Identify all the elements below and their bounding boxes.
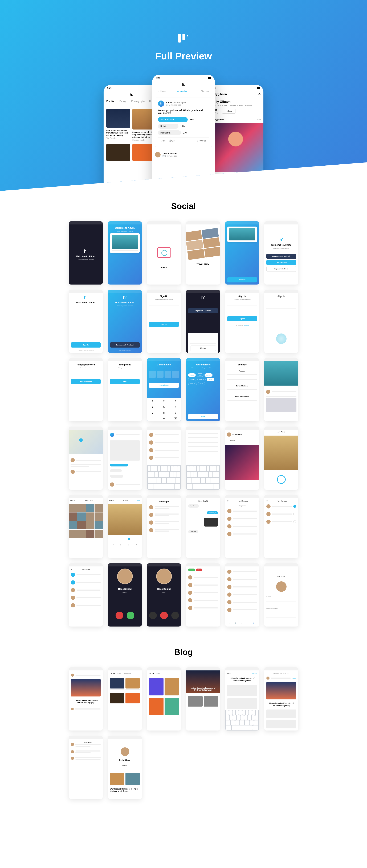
article-source: The Guardian (106, 137, 130, 139)
screen-search[interactable] (147, 427, 181, 490)
poll-option[interactable]: Montserrat27% (158, 130, 209, 135)
screen-edit-profile[interactable]: Edit ProfileGeneralPrivate information (264, 563, 298, 626)
screen-stories[interactable]: ● LiveStory (186, 563, 220, 626)
screen-signin[interactable]: Sign InEnter your email and passwordSign… (225, 290, 259, 353)
screen-camera-roll[interactable]: CancelCamera Roll (69, 495, 103, 558)
screen-blog-compose[interactable]: ClosePublish11 Jaw-Dropping Examples of … (225, 667, 259, 731)
app-logo: h. (104, 91, 159, 98)
section-title: Social (0, 202, 367, 211)
screen-phone[interactable]: Your phoneEnter your phone numberNext (108, 358, 142, 421)
profile-bio: Senior UX & Product Designer at Fresh So… (210, 104, 261, 106)
article-image[interactable] (106, 144, 130, 161)
screen-blog-cards[interactable]: For YouDesign (147, 667, 181, 731)
app-logo: h. (152, 81, 215, 88)
screen-add-photo[interactable]: Add Photo (264, 427, 298, 490)
like-count[interactable]: ♡ 95 (161, 140, 166, 142)
screen-incoming-call[interactable]: Rose KnightCalling... (108, 563, 142, 626)
category-tabs: For You Design Photography He (104, 98, 159, 106)
svg-rect-1 (182, 34, 185, 40)
screen-active-call[interactable]: Rose Knight00:42 (147, 563, 181, 626)
screen-blog-hero[interactable]: 11 Jaw-Dropping Examples of Portrait Pho… (186, 667, 220, 731)
poll-author[interactable]: Altum (166, 101, 172, 104)
hero-section: Full Preview 9:41 h. For You Design Phot… (0, 0, 367, 191)
vote-count: 349 votes (197, 140, 206, 142)
screen-confirmation[interactable]: ConfirmationResend Code1234567890⌫ (147, 358, 181, 421)
tab-home[interactable]: ⌂ Home (158, 90, 166, 93)
status-time: 9:41 (107, 87, 112, 89)
article-title[interactable]: Five things we learned from Mark Zuckerb… (106, 129, 130, 136)
screen-blog-feed[interactable]: For YouDesignPhotography (108, 667, 142, 731)
tab-for-you[interactable]: For You (106, 100, 115, 104)
commenter-avatar[interactable] (155, 152, 161, 157)
poll-option[interactable]: San Francisco58% (158, 117, 209, 122)
svg-rect-0 (178, 34, 181, 42)
screen-welcome-cta[interactable]: h'Welcome to Altum.Sign UpI already have… (69, 290, 103, 353)
screen-welcome-signup[interactable]: Continue (225, 221, 259, 284)
profile-photo[interactable] (208, 123, 263, 172)
poll-author-avatar[interactable]: h' (158, 100, 164, 107)
svg-rect-2 (187, 35, 188, 36)
screen-travel[interactable]: Travel diary. (186, 221, 220, 284)
screen-signup[interactable]: Sign UpAlready have an account? Sign inS… (147, 290, 181, 353)
social-section: Social h'Welcome to Altum.A new way to s… (0, 191, 367, 637)
section-title: Blog (0, 647, 367, 657)
screen-group-chat[interactable]: ✕Group Chat (69, 563, 103, 626)
comment-row[interactable]: Tyler Carlson 🕐 2 minutes ago (152, 150, 215, 159)
poll-card: h' Altum posted a poll. 🕐 5 minutes ago … (155, 98, 212, 147)
screen-profile[interactable]: Emily GibsonFollow (225, 427, 259, 490)
comment-count[interactable]: 💬 23 (169, 140, 175, 142)
commenter-name: Tyler Carlson (162, 152, 177, 155)
poll-question: We've got polls now! Which typeface do y… (158, 109, 209, 115)
screen-poll-feed[interactable] (108, 427, 142, 490)
screen-messages[interactable]: Messages (147, 495, 181, 558)
screen-blog-comments[interactable]: Dom Alves (69, 736, 103, 799)
screen-notifications[interactable]: ⌂🔍＋♡👤 (225, 563, 259, 626)
hero-title: Full Preview (155, 50, 212, 62)
status-time: 9:41 (156, 76, 160, 79)
screen-chat[interactable]: Rose KnightHey whats upNot much youLooks… (186, 495, 220, 558)
screen-welcome-card[interactable]: Welcome to Altum.A new way to share mome… (108, 221, 142, 284)
tab-nearby[interactable]: ◎ Nearby (177, 90, 187, 93)
article-image[interactable] (106, 109, 130, 128)
tab-design[interactable]: Design (119, 100, 127, 104)
settings-icon[interactable]: ⚙ (258, 93, 261, 96)
poll-time: 5 minutes ago (169, 104, 181, 106)
screen-signin-touchid[interactable]: Sign In (264, 290, 298, 353)
screen-interests[interactable]: Your InterestsPick at least three topics… (186, 358, 220, 421)
tab-photography[interactable]: Photography (131, 100, 145, 104)
tab-discover[interactable]: ◇ Discover (199, 90, 209, 93)
screen-post-detail[interactable] (264, 358, 298, 421)
preview-phone-profile: 9:41 emilygibson ⚙ Emily Gibson Senior U… (208, 85, 263, 196)
screen-shoot[interactable]: Shoot! (147, 221, 181, 284)
screen-new-message-selected[interactable]: ✕New Message (264, 495, 298, 558)
screen-forgot[interactable]: Forgot passwordWe'll send a reset linkRe… (69, 358, 103, 421)
screen-edit-photo[interactable]: CancelEdit PhotoDone☀◐⬚✦ (108, 495, 142, 558)
follow-button[interactable]: Follow (222, 109, 235, 114)
screen-blog-article[interactable]: 11 Jaw-Dropping Examples of Portrait Pho… (69, 667, 103, 731)
screen-welcome-light[interactable]: h'Welcome to Altum.A new way to share mo… (264, 221, 298, 284)
preview-phone-feed: 9:41 h. For You Design Photography He Fi… (104, 85, 159, 196)
screen-blog-author[interactable]: Emily GibsonFollowWhy Product Thinking i… (108, 736, 142, 799)
screen-feed-map[interactable] (69, 427, 103, 490)
preview-phone-poll: 9:41 h. ⌂ Home ◎ Nearby ◇ Discover h' Al… (152, 75, 215, 199)
screen-welcome-dark[interactable]: h'Welcome to Altum.A new way to share mo… (69, 221, 103, 284)
screen-new-message[interactable]: ✕New MessageSuggested (225, 495, 259, 558)
screen-settings[interactable]: SettingsAccountGeneral SettingsPush Noti… (225, 358, 259, 421)
blog-section: Blog 11 Jaw-Dropping Examples of Portrai… (0, 637, 367, 809)
screen-search-tags[interactable] (186, 427, 220, 490)
screen-blog-read[interactable]: 5 Ways to Take Better Br...Follow11 Jaw-… (264, 667, 298, 731)
poll-option[interactable]: Roboto15% (158, 124, 209, 129)
phones-showcase: 9:41 h. For You Design Photography He Fi… (79, 75, 288, 193)
brand-logo (176, 31, 191, 45)
screen-welcome-fb[interactable]: h'Welcome to Altum.A new way to share mo… (108, 290, 142, 353)
tab-more[interactable]: He (149, 100, 152, 104)
nav-tabs: ⌂ Home ◎ Nearby ◇ Discover (152, 88, 215, 95)
profile-name: Emily Gibson (210, 100, 261, 104)
screen-signup-dark[interactable]: h'Log in with FacebookSign Up (186, 290, 220, 353)
